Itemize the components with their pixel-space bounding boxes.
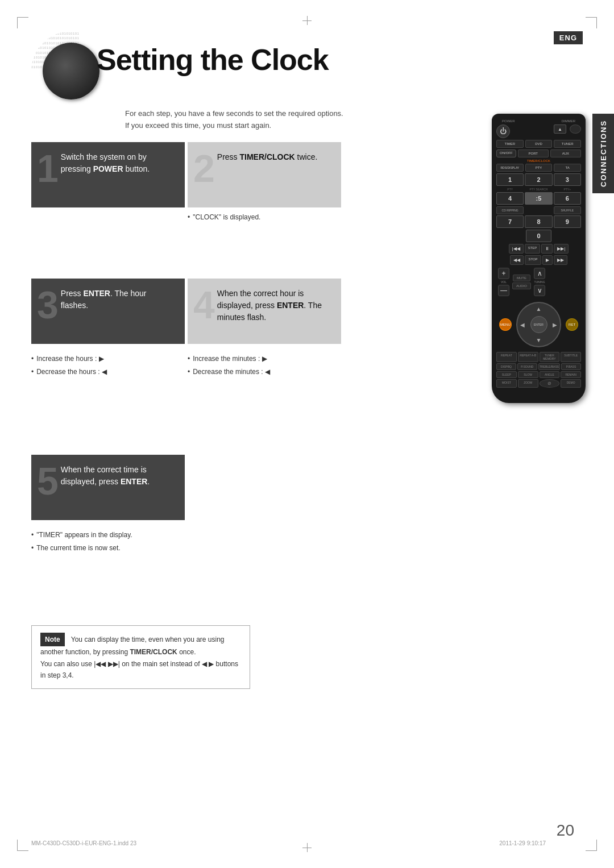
footer-right: 2011-1-29 9:10:17 bbox=[499, 840, 546, 846]
aux-button[interactable]: AUX bbox=[550, 149, 581, 157]
num-7-button[interactable]: 7 bbox=[496, 215, 524, 228]
num-5-button[interactable]: :5 bbox=[525, 192, 552, 205]
vol-plus-button[interactable]: + bbox=[498, 268, 509, 279]
demo-button[interactable]: DEMO bbox=[561, 379, 581, 388]
crosshair-top bbox=[302, 16, 312, 25]
remote-vol-area: + VOL — bbox=[498, 268, 509, 296]
num-6-button[interactable]: 6 bbox=[554, 192, 581, 205]
remote-onoff-row: ON/OFF PORT AUX bbox=[496, 149, 581, 157]
footer-left: MM-C430D-C530D-i-EUR-ENG-1.indd 23 bbox=[31, 840, 136, 846]
remain-button[interactable]: REMAIN bbox=[561, 371, 581, 378]
step3-increase-note: • Increase the hours : ▶ bbox=[31, 352, 107, 366]
audio-button[interactable]: AUDIO bbox=[512, 283, 531, 289]
num-9-button[interactable]: 9 bbox=[554, 215, 581, 228]
menu-button[interactable]: MENU bbox=[499, 318, 512, 331]
page-number: 20 bbox=[557, 821, 574, 840]
repeat-button[interactable]: REPEAT bbox=[496, 352, 517, 362]
port-button[interactable]: PORT bbox=[518, 149, 549, 157]
tuner-button[interactable]: TUNER bbox=[554, 140, 581, 148]
nav-left-button[interactable]: ◀ bbox=[520, 322, 525, 328]
num-2-button[interactable]: 2 bbox=[525, 173, 552, 186]
remote-nav-area: MENU ▲ ▼ ◀ ▶ ENTER RET bbox=[499, 299, 578, 350]
timer-button[interactable]: TIMER bbox=[496, 140, 524, 148]
step5-number: 5 bbox=[37, 464, 59, 499]
cancel-button[interactable]: ⊘ bbox=[540, 379, 560, 388]
remote-power-row: ⏻ ▲ bbox=[496, 124, 581, 138]
rewind-button[interactable]: ◀◀ bbox=[510, 255, 524, 265]
tuning-label: TUNING bbox=[534, 280, 545, 284]
slow-button[interactable]: SLOW bbox=[518, 371, 538, 378]
nav-right-button[interactable]: ▶ bbox=[553, 322, 557, 328]
corner-mark-tl bbox=[17, 17, 28, 28]
remote-timer-row: TIMER DVD TUNER bbox=[496, 140, 581, 148]
step5-text: When the correct time is displayed, pres… bbox=[61, 464, 175, 488]
remote-mute-audio: MUTE AUDIO bbox=[512, 275, 531, 289]
enter-nav-button[interactable]: ENTER bbox=[530, 316, 547, 333]
num-8-button[interactable]: 8 bbox=[525, 215, 552, 228]
vol-minus-button[interactable]: — bbox=[498, 285, 509, 296]
step1-box: 1 Switch the system on by pressing POWER… bbox=[31, 142, 185, 207]
sleep-button[interactable]: SLEEP bbox=[496, 371, 517, 378]
eject-button[interactable]: ▲ bbox=[554, 124, 566, 134]
remote-numpad-2: 4 :5 6 bbox=[496, 192, 581, 205]
step-button[interactable]: STEP bbox=[525, 244, 541, 254]
pty-search-label: PTY SEARCH bbox=[525, 188, 552, 191]
ta-button[interactable]: TA bbox=[554, 164, 581, 172]
remote-transport-2: ◀◀ STOP ▶ ▶▶ bbox=[496, 255, 581, 265]
angle-button[interactable]: ANGLE bbox=[540, 371, 560, 378]
return-button[interactable]: RET bbox=[566, 318, 578, 331]
tuner-memory-button[interactable]: TUNER MEMORY bbox=[540, 352, 560, 362]
subtitle-button[interactable]: SUBTITLE bbox=[561, 352, 581, 362]
nav-up-button[interactable]: ▲ bbox=[536, 306, 542, 312]
step4-text: When the correct hour is displayed, pres… bbox=[217, 288, 331, 323]
tuning-up-button[interactable]: ∧ bbox=[534, 268, 545, 279]
step1-text: Switch the system on by pressing POWER b… bbox=[61, 151, 175, 175]
tuning-down-button[interactable]: ∨ bbox=[534, 285, 545, 296]
num-1-button[interactable]: 1 bbox=[496, 173, 524, 186]
cd-ripping-button[interactable]: CD RIPPING bbox=[496, 206, 524, 214]
note-line2-prefix: TIMER/CLOCK bbox=[130, 648, 177, 656]
zoom-button[interactable]: ZOOM bbox=[518, 379, 538, 388]
play-button[interactable]: ▶ bbox=[542, 255, 553, 265]
rds-button[interactable]: RDS/DISPLAY bbox=[496, 164, 524, 172]
remote-zero-row: 0 bbox=[496, 230, 581, 242]
power-button[interactable]: ⏻ bbox=[496, 124, 510, 138]
dvd-button[interactable]: DVD bbox=[525, 140, 553, 148]
shuffle-button[interactable]: SHUFFLE bbox=[554, 206, 581, 214]
step5-notes: • "TIMER" appears in the display. • The … bbox=[31, 529, 132, 555]
step5-time-set-note: • The current time is now set. bbox=[31, 542, 132, 555]
moist-button[interactable]: MOIST bbox=[496, 379, 517, 388]
prev-track-button[interactable]: |◀◀ bbox=[509, 244, 524, 254]
repeat-ab-button[interactable]: REPEAT A-B bbox=[518, 352, 538, 362]
note-label: Note bbox=[40, 633, 65, 646]
stop-button[interactable]: STOP bbox=[525, 255, 541, 265]
pause-button[interactable]: ⏸ bbox=[541, 244, 553, 254]
remote-rds-row: RDS/DISPLAY PTY TA bbox=[496, 164, 581, 172]
next-track-button[interactable]: ▶▶| bbox=[554, 244, 569, 254]
p-bass-button[interactable]: P.BASS bbox=[561, 363, 581, 370]
remote-misc-2: DISPBQ P.SOUND TREBLE/BASS P.BASS bbox=[496, 363, 581, 370]
nav-down-button[interactable]: ▼ bbox=[536, 337, 542, 343]
step2-number: 2 bbox=[193, 151, 215, 186]
step4-increase-note: • Increase the minutes : ▶ bbox=[188, 352, 270, 366]
treble-bass-button[interactable]: TREBLE/BASS bbox=[538, 363, 560, 370]
step5-timer-note: • "TIMER" appears in the display. bbox=[31, 529, 132, 542]
step4-number: 4 bbox=[193, 288, 215, 322]
num-3-button[interactable]: 3 bbox=[554, 173, 581, 186]
ff-button[interactable]: ▶▶ bbox=[554, 255, 567, 265]
num-4-button[interactable]: 4 bbox=[496, 192, 524, 205]
pty-label: PTY bbox=[496, 188, 524, 191]
mute-button[interactable]: MUTE bbox=[513, 275, 530, 281]
on-off-button[interactable]: ON/OFF bbox=[496, 149, 516, 157]
step2-text: Press TIMER/CLOCK twice. bbox=[217, 151, 331, 163]
eng-badge: ENG bbox=[554, 31, 583, 44]
p-sound-button[interactable]: P.SOUND bbox=[517, 363, 537, 370]
step4-decrease-note: • Decrease the minutes : ◀ bbox=[188, 366, 270, 379]
num-0-button[interactable]: 0 bbox=[526, 230, 551, 242]
pty-plus-label: PTY+ bbox=[554, 188, 581, 191]
step2-clock-note: • "CLOCK" is displayed. bbox=[188, 213, 260, 221]
step3-number: 3 bbox=[37, 288, 59, 322]
decorative-knob bbox=[43, 43, 99, 99]
pty-button[interactable]: PTY bbox=[525, 164, 553, 172]
dispbq-button[interactable]: DISPBQ bbox=[496, 363, 516, 370]
